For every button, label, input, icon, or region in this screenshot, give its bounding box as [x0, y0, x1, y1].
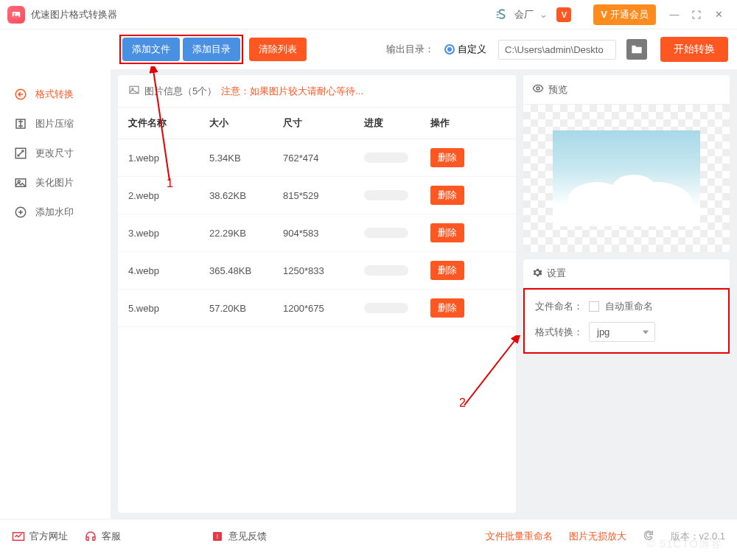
chevron-down-icon[interactable]: ⌄: [539, 9, 548, 20]
cell-action: 删除: [430, 148, 482, 167]
cell-progress: [364, 190, 430, 200]
image-info-icon: [128, 84, 140, 98]
batch-rename-link[interactable]: 文件批量重命名: [486, 530, 553, 543]
add-file-button[interactable]: 添加文件: [122, 38, 180, 61]
svg-point-1: [14, 13, 15, 14]
add-folder-button[interactable]: 添加目录: [183, 38, 240, 61]
sidebar-item-format-convert[interactable]: 格式转换: [0, 80, 111, 109]
col-act-header: 操作: [430, 116, 482, 130]
sidebar-item-resize[interactable]: 更改尺寸: [0, 139, 111, 168]
cell-name: 4.webp: [128, 265, 209, 276]
table-row[interactable]: 1.webp5.34KB762*474删除: [118, 139, 516, 177]
maximize-button[interactable]: [685, 4, 708, 26]
auto-rename-checkbox[interactable]: [589, 301, 599, 312]
settings-panel: 设置 文件命名： 自动重命名 格式转换： jpg: [523, 259, 730, 354]
delete-button[interactable]: 删除: [430, 223, 464, 242]
convert-icon: [13, 87, 28, 102]
main: 格式转换 图片压缩 更改尺寸 美化图片 添加水印 图片信息（5个） 注意：如果: [0, 69, 737, 519]
output-path-input[interactable]: [498, 40, 616, 60]
settings-body: 文件命名： 自动重命名 格式转换： jpg: [523, 288, 730, 354]
radio-selected-icon: [444, 44, 455, 55]
open-vip-button[interactable]: V开通会员: [593, 4, 656, 25]
settings-title: 设置: [547, 267, 566, 280]
cell-dim: 904*583: [283, 228, 364, 239]
cell-progress: [364, 228, 430, 238]
col-name-header: 文件名称: [128, 116, 209, 130]
info-count: 图片信息（5个）: [144, 85, 217, 98]
cell-action: 删除: [430, 261, 482, 280]
eye-icon: [532, 83, 544, 97]
start-convert-button[interactable]: 开始转换: [660, 37, 728, 62]
cell-progress: [364, 153, 430, 163]
cell-action: 删除: [430, 186, 482, 205]
cell-dim: 762*474: [283, 153, 364, 164]
table-body: 1.webp5.34KB762*474删除2.webp38.62KB815*52…: [118, 139, 516, 327]
svg-point-10: [537, 87, 539, 90]
sidebar-item-beautify[interactable]: 美化图片: [0, 168, 111, 197]
cell-size: 22.29KB: [209, 228, 283, 239]
delete-button[interactable]: 删除: [430, 186, 464, 205]
delete-button[interactable]: 删除: [430, 298, 464, 318]
settings-header: 设置: [523, 259, 730, 288]
user-name[interactable]: 会厂: [514, 8, 534, 21]
format-select[interactable]: jpg: [589, 322, 655, 342]
close-button[interactable]: ✕: [708, 4, 730, 26]
preview-image: [553, 130, 700, 226]
preview-title: 预览: [548, 83, 567, 97]
col-prog-header: 进度: [364, 116, 430, 130]
format-convert-label: 格式转换：: [535, 326, 583, 339]
cell-size: 365.48KB: [209, 265, 283, 276]
progress-bar: [364, 228, 408, 238]
output-dir-label: 输出目录：: [386, 43, 434, 56]
feedback-link[interactable]: ! 意见反馈: [211, 530, 267, 543]
open-vip-label: 开通会员: [610, 8, 649, 21]
official-site-link[interactable]: 官方网址: [12, 530, 68, 543]
annotation-label-1: 1: [167, 177, 173, 190]
gear-icon: [532, 267, 542, 280]
version-label: 版本：v2.0.1: [671, 530, 725, 543]
sidebar-item-watermark[interactable]: 添加水印: [0, 197, 111, 227]
info-header: 图片信息（5个） 注意：如果图片较大请耐心等待...: [118, 75, 516, 108]
browse-folder-button[interactable]: [626, 39, 647, 60]
format-row: 格式转换： jpg: [535, 322, 718, 342]
annotation-box-1: 添加文件 添加目录: [119, 35, 243, 64]
app-title: 优速图片格式转换器: [31, 8, 117, 21]
format-value: jpg: [597, 326, 609, 337]
sidebar-label: 格式转换: [35, 88, 74, 101]
minimize-button[interactable]: —: [663, 4, 685, 26]
sidebar-item-compress[interactable]: 图片压缩: [0, 109, 111, 139]
cell-progress: [364, 303, 430, 313]
table-row[interactable]: 2.webp38.62KB815*529删除: [118, 177, 516, 214]
file-naming-row: 文件命名： 自动重命名: [535, 300, 718, 313]
clear-list-button[interactable]: 清除列表: [249, 38, 307, 61]
brand-s-icon: [494, 7, 510, 23]
file-list-panel: 图片信息（5个） 注意：如果图片较大请耐心等待... 文件名称 大小 尺寸 进度…: [118, 75, 516, 513]
custom-dir-label: 自定义: [458, 43, 486, 56]
table-row[interactable]: 4.webp365.48KB1250*833删除: [118, 252, 516, 290]
user-area: 会厂 ⌄ V: [494, 7, 571, 23]
refresh-icon[interactable]: [643, 529, 654, 543]
custom-dir-radio[interactable]: 自定义: [444, 43, 486, 56]
table-header: 文件名称 大小 尺寸 进度 操作: [118, 108, 516, 139]
right-panel: 预览 设置 文件命名： 自动重命名: [523, 75, 730, 513]
annotation-label-2: 2: [459, 396, 466, 410]
delete-button[interactable]: 删除: [430, 148, 464, 167]
preview-body: [523, 105, 730, 252]
cell-name: 5.webp: [128, 303, 209, 314]
progress-bar: [364, 190, 408, 200]
feedback-label: 意见反馈: [228, 530, 267, 543]
toolbar: 添加文件 添加目录 清除列表 输出目录： 自定义 开始转换: [0, 29, 737, 69]
cell-dim: 1200*675: [283, 303, 364, 314]
lossless-zoom-link[interactable]: 图片无损放大: [569, 530, 626, 543]
feedback-icon: !: [211, 530, 224, 543]
cell-dim: 815*529: [283, 190, 364, 201]
delete-button[interactable]: 删除: [430, 261, 464, 280]
cell-name: 1.webp: [128, 153, 209, 164]
customer-service-link[interactable]: 客服: [84, 530, 121, 543]
cell-size: 38.62KB: [209, 190, 283, 201]
progress-bar: [364, 265, 408, 276]
headset-icon: [84, 530, 97, 543]
table-row[interactable]: 3.webp22.29KB904*583删除: [118, 214, 516, 252]
table-row[interactable]: 5.webp57.20KB1200*675删除: [118, 290, 516, 327]
cell-name: 2.webp: [128, 190, 209, 201]
